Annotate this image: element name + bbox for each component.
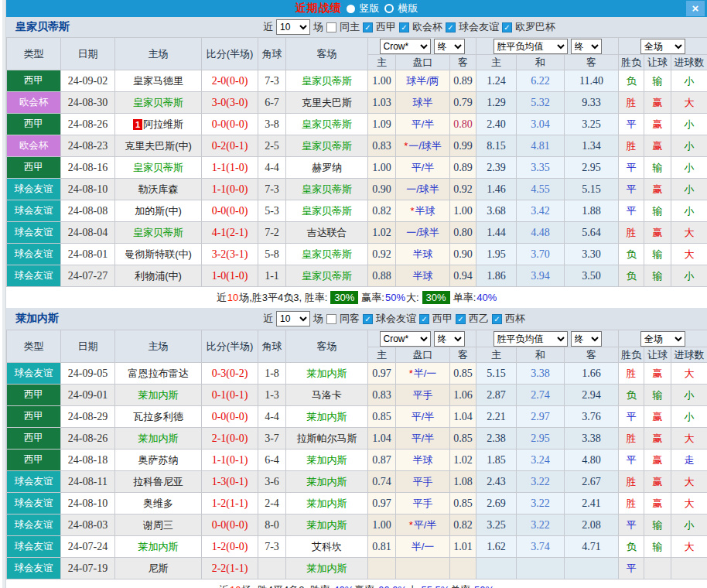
handicap-cell: 平/半 xyxy=(396,114,450,135)
sub-header: 盘口 xyxy=(396,55,450,70)
mean-away-cell: 1.34 xyxy=(565,135,619,157)
corner-cell: 4-4 xyxy=(258,157,286,179)
league-checkbox[interactable]: ✓ xyxy=(502,22,512,32)
mean-home-cell: 2.40 xyxy=(476,114,517,135)
same-venue-checkbox[interactable] xyxy=(326,314,336,324)
home-team-cell: 克里夫巴斯(中) xyxy=(115,135,202,157)
wld-final-select[interactable]: 终 xyxy=(571,331,602,347)
odds-away-cell: 0.80 xyxy=(450,114,476,135)
odds-home-cell: 1.00 xyxy=(368,514,396,536)
odds-home-cell: 0.74 xyxy=(368,471,396,493)
result-cell: 平 xyxy=(619,200,644,222)
corner-cell: 7-3 xyxy=(258,70,286,92)
goals-cell: 小 xyxy=(671,135,707,157)
sub-header: 让球 xyxy=(644,55,671,70)
league-checkbox[interactable]: ✓ xyxy=(363,22,373,32)
odds-home-cell: 0.97 xyxy=(368,363,396,385)
league-checkbox[interactable]: ✓ xyxy=(492,314,502,324)
odds-home-cell: 0.97 xyxy=(368,493,396,514)
match-row: 欧会杯24-08-30皇家贝蒂斯3-0(3-0)6-7克里夫巴斯1.03球半0.… xyxy=(7,92,707,114)
corner-cell xyxy=(258,558,286,579)
section-summary: 近10场, 胜4平4负2, 胜率:40% 赢率:66.6% 大:55.5% 单率… xyxy=(6,579,707,588)
score-cell: 2-2(1-1) xyxy=(202,558,258,579)
date-cell: 24-08-08 xyxy=(61,200,115,222)
horizontal-layout-radio[interactable] xyxy=(384,4,394,13)
home-team-cell: 勒沃库森 xyxy=(115,179,202,200)
mean-away-cell xyxy=(565,558,619,579)
wld-mean-select[interactable]: 胜平负均值 xyxy=(494,331,568,347)
vertical-layout-radio[interactable] xyxy=(347,5,355,13)
type-cell: 西甲 xyxy=(7,385,61,406)
date-cell: 24-08-16 xyxy=(61,157,115,179)
close-button[interactable]: × xyxy=(686,1,705,16)
mean-draw-cell: 3.35 xyxy=(517,157,565,179)
wld-mean-select[interactable]: 胜平负均值 xyxy=(494,39,568,54)
goals-cell: 小 xyxy=(671,514,707,536)
star-mark: * xyxy=(409,368,413,379)
scope-select[interactable]: 全场 xyxy=(640,39,685,54)
away-team-cell: 莱加内斯 xyxy=(286,493,368,514)
sub-header: 主 xyxy=(476,347,517,363)
away-team-cell: 莱加内斯 xyxy=(286,363,368,385)
handicap-cell xyxy=(396,558,450,579)
popup-title: 近期战绩 xyxy=(295,2,342,15)
home-team-cell: 皇家贝蒂斯 xyxy=(115,222,202,244)
league-checkbox[interactable]: ✓ xyxy=(399,22,409,32)
summary-text: 55.5% xyxy=(421,584,449,588)
handicap-cell: *半球 xyxy=(396,200,450,222)
mean-draw-cell: 3.74 xyxy=(517,536,565,558)
col-header-away: 客场 xyxy=(286,330,368,363)
league-checkbox[interactable]: ✓ xyxy=(419,314,429,324)
result-cell: 平 xyxy=(619,179,644,200)
odds-final-select[interactable]: 终 xyxy=(434,331,465,347)
league-checkbox[interactable]: ✓ xyxy=(363,314,373,324)
date-cell: 24-08-11 xyxy=(61,471,115,493)
home-team-cell: 富恩拉布雷达 xyxy=(115,363,202,385)
mean-draw-cell: 2.74 xyxy=(517,385,565,406)
odds-away-cell: 0.80 xyxy=(450,222,476,244)
odds-final-select[interactable]: 终 xyxy=(434,39,465,54)
scope-select[interactable]: 全场 xyxy=(640,331,685,347)
section-summary: 近10场,胜3平4负3, 胜率:30% 赢率:50% 大:30% 单率:40% xyxy=(6,287,707,308)
result-cell: 胜 xyxy=(619,92,644,114)
summary-text: 场,胜3平4负3, 胜率: xyxy=(239,291,327,305)
score-cell: 1-0(1-0) xyxy=(202,265,258,287)
mean-away-cell: 11.40 xyxy=(565,70,619,92)
match-row: 球会友谊24-08-11拉科鲁尼亚1-3(0-1)3-6莱加内斯0.74平手1.… xyxy=(7,471,707,493)
same-venue-checkbox[interactable] xyxy=(326,22,336,32)
mean-home-cell: 5.15 xyxy=(476,363,517,385)
home-team-cell: 曼彻斯特联(中) xyxy=(115,244,202,265)
match-count-select[interactable]: 10 xyxy=(276,19,310,35)
match-count-select[interactable]: 10 xyxy=(276,311,310,326)
mean-home-cell: 2.38 xyxy=(476,428,517,450)
score-cell: 3-2(3-1) xyxy=(202,244,258,265)
result-cell: 负 xyxy=(619,265,644,287)
header-row-groups: 类型日期主场比分(半场)角球客场Crow*终胜平负均值终全场 xyxy=(7,38,707,55)
match-row: 球会友谊24-07-24莱加内斯1-2(0-0)7-3艾科坎0.81半/一1.0… xyxy=(7,536,707,558)
league-checkbox[interactable]: ✓ xyxy=(456,314,466,324)
goals-cell: 小 xyxy=(671,179,707,200)
wld-final-select[interactable]: 终 xyxy=(571,39,602,54)
mean-draw-cell: 3.70 xyxy=(517,244,565,265)
sub-header: 盘口 xyxy=(396,347,450,363)
corner-cell: 8-0 xyxy=(258,514,286,536)
odds-home-cell: 1.00 xyxy=(368,70,396,92)
type-cell: 球会友谊 xyxy=(7,493,61,514)
handicap-cell: 平手 xyxy=(396,493,450,514)
sub-header: 和 xyxy=(517,347,565,363)
home-team-cell: 皇家马德里 xyxy=(115,70,202,92)
league-checkbox[interactable]: ✓ xyxy=(446,22,456,32)
team-name: 莱加内斯 xyxy=(15,312,59,326)
odds-source-select[interactable]: Crow* xyxy=(380,331,431,347)
mean-draw-cell: 3.22 xyxy=(517,514,565,536)
away-team-cell: 皇家贝蒂斯 xyxy=(286,265,368,287)
odds-home-cell: 0.81 xyxy=(368,536,396,558)
score-cell: 2-0(0-0) xyxy=(202,70,258,92)
vertical-layout-label: 竖版 xyxy=(360,2,380,15)
away-team-cell: 皇家贝蒂斯 xyxy=(286,179,368,200)
col-header-home: 主场 xyxy=(115,330,202,363)
odds-source-select[interactable]: Crow* xyxy=(380,39,431,54)
away-team-cell: 艾科坎 xyxy=(286,536,368,558)
goals-cell: 小 xyxy=(671,70,707,92)
same-venue-label: 同主 xyxy=(340,20,360,34)
